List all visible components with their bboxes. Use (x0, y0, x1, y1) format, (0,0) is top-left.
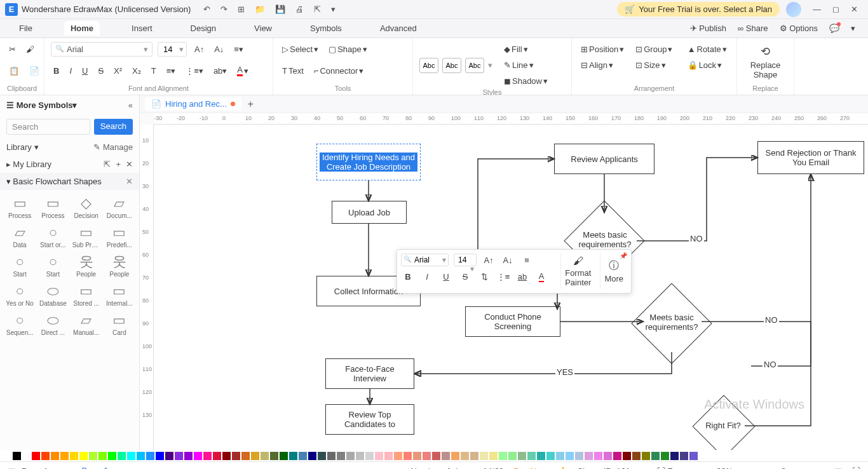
styles-more-icon[interactable]: ▾ (488, 60, 492, 70)
style-preset-2[interactable]: Abc (442, 58, 461, 73)
shape-start[interactable]: ○Start (37, 252, 69, 280)
maximize-icon[interactable]: ◻ (832, 4, 839, 14)
strike-icon[interactable]: S (95, 64, 106, 78)
color-swatch[interactable] (308, 452, 316, 460)
color-swatch[interactable] (394, 452, 402, 460)
color-swatch[interactable] (585, 452, 593, 460)
menu-home[interactable]: Home (64, 21, 100, 36)
color-swatch[interactable] (613, 452, 621, 460)
node-send-rejection[interactable]: Send Rejection or Thank You Email (757, 141, 864, 174)
sidebar-title[interactable]: More Symbols (17, 100, 73, 110)
color-swatch[interactable] (423, 452, 431, 460)
float-italic-icon[interactable]: I (420, 270, 434, 283)
shape-card[interactable]: ▭Card (104, 311, 135, 339)
redo-icon[interactable]: ↷ (220, 4, 227, 14)
color-swatch[interactable] (222, 452, 231, 460)
color-swatch[interactable] (251, 452, 259, 460)
font-grow-icon[interactable]: A↑ (192, 42, 207, 57)
float-color-icon[interactable]: A (534, 270, 548, 283)
float-font-shrink-icon[interactable]: A↓ (501, 254, 515, 266)
save-icon[interactable]: 💾 (275, 4, 285, 14)
fit-page-icon[interactable]: ▣ (834, 466, 842, 469)
subscript-icon[interactable]: X₂ (130, 64, 144, 78)
page-tab[interactable]: Page-1 (77, 465, 114, 469)
my-library-expand-icon[interactable]: ▸ (6, 160, 11, 169)
lib-close-icon[interactable]: ✕ (126, 160, 133, 169)
float-underline-icon[interactable]: U (439, 270, 453, 283)
color-swatch[interactable] (384, 452, 393, 460)
color-swatch[interactable] (604, 452, 612, 460)
color-swatch[interactable] (51, 452, 59, 460)
more-icon[interactable]: ▾ (331, 4, 336, 14)
connector-tool[interactable]: ⌐ Connector ▾ (311, 64, 367, 78)
node-face-to-face[interactable]: Face-to-Face Interview (325, 358, 414, 389)
color-swatch[interactable] (175, 452, 183, 460)
shape-tool[interactable]: ▢ Shape ▾ (326, 42, 370, 57)
lib-add-icon[interactable]: + (116, 160, 121, 169)
lib-export-icon[interactable]: ⇱ (104, 160, 111, 169)
color-swatch[interactable] (346, 452, 355, 460)
color-swatch[interactable] (261, 452, 269, 460)
case-icon[interactable]: T (149, 64, 159, 78)
zoom-in-icon[interactable]: + (819, 466, 824, 469)
color-swatch[interactable] (270, 452, 278, 460)
replace-shape-button[interactable]: ⟲ Replace Shape (743, 42, 787, 82)
open-icon[interactable]: 📁 (255, 4, 265, 14)
color-swatch[interactable] (241, 452, 250, 460)
float-font-select[interactable]: Arial (401, 254, 449, 266)
color-swatch[interactable] (546, 452, 555, 460)
color-swatch[interactable] (213, 452, 221, 460)
layers-icon[interactable]: ◈ (641, 466, 647, 469)
color-swatch[interactable] (327, 452, 336, 460)
zoom-out-icon[interactable]: − (743, 466, 749, 469)
user-avatar[interactable] (786, 2, 801, 17)
shape-yes-or-no[interactable]: ○Yes or No (4, 282, 36, 309)
select-tool[interactable]: ▷ Select ▾ (280, 42, 321, 57)
menu-advanced[interactable]: Advanced (374, 21, 423, 36)
color-swatch[interactable] (79, 452, 88, 460)
color-swatch[interactable] (499, 452, 507, 460)
close-icon[interactable]: ✕ (851, 4, 858, 14)
shape-predefi-[interactable]: ▭Predefi... (104, 223, 135, 251)
color-swatch[interactable] (184, 452, 193, 460)
font-shrink-icon[interactable]: A↓ (212, 42, 226, 57)
float-spacing-icon[interactable]: ⇅ (477, 270, 491, 283)
presentation-icon[interactable]: ▶ (700, 466, 707, 469)
shape-start-or-[interactable]: ○Start or... (37, 223, 69, 251)
font-size-select[interactable]: 14 (158, 42, 187, 57)
shape-manual-[interactable]: ▱Manual... (71, 311, 102, 339)
shape-internal-[interactable]: ▭Internal... (104, 282, 135, 309)
shape-direct-[interactable]: ⬭Direct ... (37, 311, 69, 339)
color-swatch[interactable] (146, 452, 154, 460)
shape-people[interactable]: 웃People (71, 252, 102, 280)
color-swatch[interactable] (413, 452, 421, 460)
buy-now-link[interactable]: Buy Now (514, 466, 547, 469)
thumbs-icon[interactable]: 👍 (557, 466, 567, 469)
color-swatch[interactable] (594, 452, 602, 460)
color-swatch[interactable] (356, 452, 364, 460)
float-format-painter[interactable]: 🖌 Format Painter (560, 254, 595, 289)
superscript-icon[interactable]: X² (111, 64, 125, 78)
format-painter-icon[interactable]: 🖌 (24, 42, 37, 57)
color-swatch[interactable] (318, 452, 326, 460)
shape-database[interactable]: ⬭Database (37, 282, 69, 309)
font-color-icon[interactable]: A▾ (234, 62, 251, 79)
color-swatch[interactable] (489, 452, 498, 460)
shape-data[interactable]: ▱Data (4, 223, 36, 251)
shape-sub-pro-[interactable]: ▭Sub Pro... (71, 223, 102, 251)
color-swatch[interactable] (41, 452, 50, 460)
color-swatch[interactable] (442, 452, 450, 460)
section-collapse-icon[interactable]: ▾ (6, 177, 11, 186)
group-button[interactable]: ⊡ Group▾ (633, 42, 678, 57)
shape-start[interactable]: ○Start (4, 252, 36, 280)
color-swatch[interactable] (60, 452, 69, 460)
color-swatch[interactable] (375, 452, 383, 460)
float-bold-icon[interactable]: B (401, 270, 415, 283)
size-button[interactable]: ⊡ Size▾ (633, 58, 678, 72)
style-preset-3[interactable]: Abc (465, 58, 484, 73)
color-swatch[interactable] (299, 452, 307, 460)
options-button[interactable]: ⚙ Options (780, 24, 818, 33)
color-swatch[interactable] (642, 452, 650, 460)
color-swatch[interactable] (632, 452, 641, 460)
node-review-top[interactable]: Review Top Candidates to (325, 404, 414, 435)
